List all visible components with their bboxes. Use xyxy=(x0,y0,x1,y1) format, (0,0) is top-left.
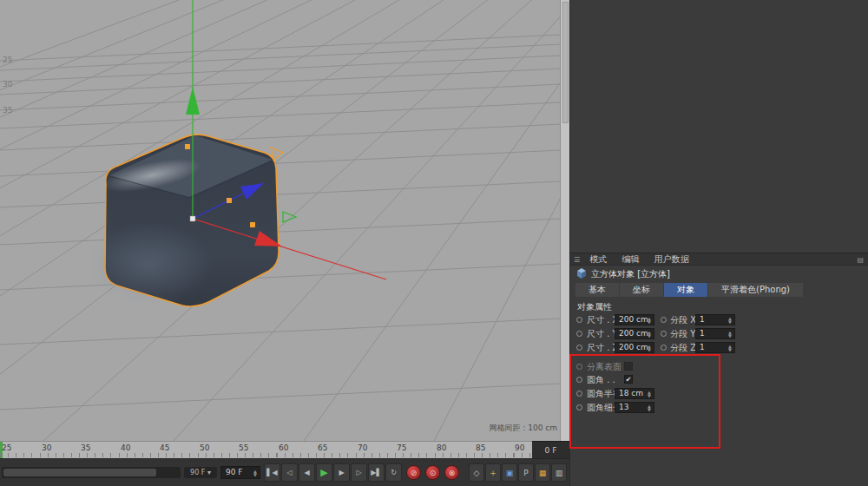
anim-dot-icon[interactable] xyxy=(576,391,582,397)
fillet-subdivision-field[interactable]: 13▲▼ xyxy=(615,402,654,413)
keyframe-selection-button[interactable]: ◇ xyxy=(469,463,484,482)
property-row-size-x: 尺寸 . X 200 cm▲▼ 分段 X 1▲▼ xyxy=(570,314,868,326)
attribute-manager-panel: ☰ 模式 编辑 用户数据 ▤ 立方体对象 [立方体] 基本 坐标 对象 平滑着色… xyxy=(569,0,868,486)
separate-surfaces-label: 分离表面 xyxy=(587,361,621,373)
end-frame-value: 90 F xyxy=(226,468,243,476)
ruler-number: 80 xyxy=(437,443,446,452)
next-frame-button[interactable]: ▶ xyxy=(333,463,350,482)
property-row-separate-surfaces: 分离表面 xyxy=(570,361,868,373)
size-x-label: 尺寸 . X xyxy=(587,314,618,326)
anim-dot-icon[interactable] xyxy=(576,377,582,383)
size-z-label: 尺寸 . Z xyxy=(587,342,618,354)
anim-dot-icon[interactable] xyxy=(661,331,667,337)
frame-range-dropdown[interactable]: 90 F ▾ xyxy=(184,467,217,478)
record-parameter-button[interactable]: P xyxy=(518,463,534,482)
stepper-arrows-icon[interactable]: ▲▼ xyxy=(727,315,733,325)
segments-z-label: 分段 Z xyxy=(670,342,696,354)
anim-dot-icon[interactable] xyxy=(576,345,582,351)
loop-button[interactable]: ↻ xyxy=(385,463,402,482)
play-button[interactable]: ▶ xyxy=(316,463,332,482)
anim-dot-icon[interactable] xyxy=(576,404,582,410)
ruler-number: 50 xyxy=(200,443,209,452)
tab-phong[interactable]: 平滑着色(Phong) xyxy=(708,283,803,297)
stepper-arrows-icon[interactable]: ▲▼ xyxy=(646,315,653,325)
tab-basic[interactable]: 基本 xyxy=(575,283,619,297)
tab-coordinates[interactable]: 坐标 xyxy=(620,283,663,297)
property-row-fillet-subdivision: 圆角细分 13▲▼ xyxy=(570,402,868,414)
anim-dot-icon[interactable] xyxy=(661,317,667,323)
autokeying-button[interactable]: ⊙ xyxy=(425,465,440,480)
grid-spacing-label: 网格间距 : 100 cm xyxy=(408,423,557,434)
property-row-fillet: 圆角 . . ✔ xyxy=(570,374,868,386)
size-z-field[interactable]: 200 cm▲▼ xyxy=(615,342,654,353)
segments-y-field[interactable]: 1▲▼ xyxy=(695,328,735,339)
viewport-left-label: 25 xyxy=(3,56,12,64)
fillet-radius-field[interactable]: 18 cm▲▼ xyxy=(615,388,654,399)
size-y-field[interactable]: 200 cm▲▼ xyxy=(615,328,654,339)
menu-item-userdata[interactable]: 用户数据 xyxy=(654,253,689,265)
stepper-arrows-icon[interactable]: ▲▼ xyxy=(646,403,653,412)
panel-options-icon[interactable]: ▤ xyxy=(857,254,864,266)
prev-frame-button[interactable]: ◀ xyxy=(299,463,315,482)
viewport-canvas[interactable]: 25 30 35 网格间距 : 100 cm xyxy=(0,0,560,441)
record-scale-button[interactable]: ▣ xyxy=(502,463,517,482)
ruler-number: 90 xyxy=(515,443,524,452)
viewport-scene xyxy=(0,0,560,441)
record-pla-button[interactable]: ▦ xyxy=(535,463,550,482)
viewport-left-label: 35 xyxy=(3,106,12,115)
ruler-number: 65 xyxy=(318,443,327,452)
stepper-arrows-icon[interactable]: ▲▼ xyxy=(646,329,653,338)
next-key-button[interactable]: ▷ xyxy=(351,463,367,482)
record-controls: ⊘ ⊙ ⊗ xyxy=(406,465,459,480)
scrollbar-handle[interactable] xyxy=(562,2,569,123)
timeline-ruler[interactable]: 25 30 35 40 45 50 55 60 65 70 75 80 85 9… xyxy=(0,441,532,458)
attribute-menu-bar: ☰ 模式 编辑 用户数据 ▤ xyxy=(570,253,868,266)
menu-item-edit[interactable]: 编辑 xyxy=(622,253,640,265)
ruler-number: 70 xyxy=(358,443,367,452)
section-title: 对象属性 xyxy=(577,301,612,313)
stepper-arrows-icon[interactable]: ▲▼ xyxy=(727,343,733,352)
stepper-arrows-icon[interactable]: ▲▼ xyxy=(646,389,653,398)
anim-dot-icon[interactable] xyxy=(576,331,582,337)
stepper-arrows-icon[interactable]: ▲▼ xyxy=(727,329,733,338)
attribute-tabs: 基本 坐标 对象 平滑着色(Phong) xyxy=(575,283,803,297)
object-title-row: 立方体对象 [立方体] xyxy=(570,267,868,282)
goto-start-button[interactable]: ▌◀ xyxy=(264,463,280,482)
end-frame-field[interactable]: 90 F ▲▼ xyxy=(220,466,260,479)
viewport-left-label: 30 xyxy=(3,80,12,89)
ruler-number: 25 xyxy=(2,443,11,452)
record-position-button[interactable]: + xyxy=(485,463,501,482)
stepper-arrows-icon[interactable]: ▲▼ xyxy=(646,343,653,352)
ruler-ticks xyxy=(0,453,532,457)
segments-x-label: 分段 X xyxy=(670,314,696,326)
segments-z-field[interactable]: 1▲▼ xyxy=(695,342,735,353)
fillet-checkbox[interactable]: ✔ xyxy=(624,375,633,384)
object-title: 立方体对象 [立方体] xyxy=(591,269,670,279)
panel-menu-icon[interactable]: ☰ xyxy=(574,254,580,266)
property-row-fillet-radius: 圆角半径 18 cm▲▼ xyxy=(570,388,868,400)
separate-surfaces-checkbox[interactable] xyxy=(624,362,633,371)
prev-key-button[interactable]: ◁ xyxy=(281,463,298,482)
ruler-number: 40 xyxy=(121,443,130,452)
anim-dot-icon[interactable] xyxy=(661,345,667,351)
application-window: 25 30 35 网格间距 : 100 cm 25 30 35 40 45 50… xyxy=(0,0,868,486)
fillet-label: 圆角 . . xyxy=(587,374,615,386)
record-keyframe-selection-button[interactable]: ⊗ xyxy=(444,465,459,480)
tab-object[interactable]: 对象 xyxy=(664,283,707,297)
anim-dot-icon[interactable] xyxy=(576,364,582,370)
timeline-scrollbar-handle[interactable] xyxy=(3,469,156,476)
anim-dot-icon[interactable] xyxy=(576,317,582,323)
stepper-arrows-icon[interactable]: ▲▼ xyxy=(252,467,259,478)
ruler-number: 35 xyxy=(81,443,90,452)
goto-end-button[interactable]: ▶▌ xyxy=(368,463,385,482)
segments-x-field[interactable]: 1▲▼ xyxy=(695,314,735,325)
segments-y-label: 分段 Y xyxy=(670,328,695,340)
size-x-field[interactable]: 200 cm▲▼ xyxy=(615,314,654,325)
menu-item-mode[interactable]: 模式 xyxy=(589,253,607,265)
viewport-scrollbar[interactable] xyxy=(560,0,569,441)
ruler-number: 75 xyxy=(397,443,406,452)
layout-toggle-button[interactable]: ▥ xyxy=(551,463,567,482)
ruler-number: 30 xyxy=(42,443,51,452)
size-y-label: 尺寸 . Y xyxy=(587,328,618,340)
record-active-objects-button[interactable]: ⊘ xyxy=(406,465,421,480)
